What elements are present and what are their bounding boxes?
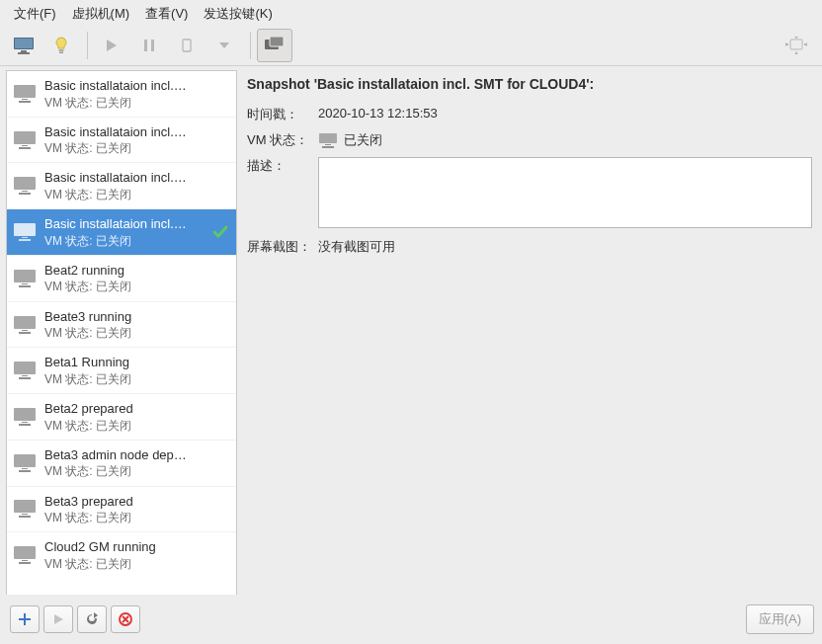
svg-rect-29 bbox=[319, 133, 337, 143]
toolbar-separator bbox=[250, 32, 251, 59]
description-textarea[interactable] bbox=[318, 157, 812, 228]
snapshot-item[interactable]: Beta3 admin node dep…VM 状态: 已关闭 bbox=[7, 441, 236, 487]
play-icon bbox=[52, 613, 64, 625]
run-snapshot-button[interactable] bbox=[43, 605, 73, 633]
value-screenshot: 没有截图可用 bbox=[318, 238, 812, 256]
monitor-icon bbox=[13, 407, 37, 427]
monitor-icon bbox=[13, 499, 37, 519]
run-button[interactable] bbox=[94, 29, 129, 62]
row-screenshot: 屏幕截图： 没有截图可用 bbox=[247, 238, 812, 256]
lightbulb-icon bbox=[52, 37, 70, 54]
monitor-icon bbox=[13, 315, 37, 335]
svg-rect-7 bbox=[144, 40, 147, 51]
apply-button[interactable]: 应用(A) bbox=[746, 604, 814, 634]
power-icon bbox=[178, 37, 196, 54]
snapshot-status: VM 状态: 已关闭 bbox=[44, 371, 228, 387]
snapshot-item[interactable]: Beate3 runningVM 状态: 已关闭 bbox=[7, 302, 236, 349]
power-menu-button[interactable] bbox=[206, 29, 242, 62]
svg-rect-13 bbox=[790, 40, 802, 49]
monitor-icon bbox=[13, 222, 37, 242]
svg-rect-23 bbox=[14, 316, 36, 329]
menu-view[interactable]: 查看(V) bbox=[137, 3, 196, 25]
fullscreen-button[interactable] bbox=[779, 29, 814, 62]
delete-snapshot-button[interactable] bbox=[111, 605, 140, 633]
snapshot-item[interactable]: Basic installataion incl.…VM 状态: 已关闭 bbox=[7, 71, 236, 118]
menu-file[interactable]: 文件(F) bbox=[6, 3, 64, 25]
menu-sendkey[interactable]: 发送按键(K) bbox=[196, 3, 280, 25]
monitor-icon bbox=[13, 176, 37, 196]
svg-rect-8 bbox=[151, 40, 154, 51]
snapshot-item[interactable]: Basic installataion incl.…VM 状态: 已关闭 bbox=[7, 118, 236, 164]
snapshot-status: VM 状态: 已关闭 bbox=[44, 418, 228, 434]
monitor-icon bbox=[13, 130, 37, 150]
play-icon bbox=[105, 39, 119, 52]
svg-rect-19 bbox=[14, 131, 36, 144]
snapshot-status: VM 状态: 已关闭 bbox=[44, 233, 228, 249]
label-description: 描述： bbox=[247, 157, 318, 175]
snapshots-icon bbox=[264, 37, 286, 54]
svg-rect-20 bbox=[14, 177, 36, 190]
snapshot-title: Beta1 Running bbox=[44, 354, 228, 371]
svg-marker-16 bbox=[794, 37, 798, 40]
label-screenshot: 屏幕截图： bbox=[247, 238, 318, 256]
snapshot-item[interactable]: Basic installataion incl.…VM 状态: 已关闭 bbox=[7, 163, 236, 209]
svg-rect-1 bbox=[15, 39, 33, 48]
details-pane: Snapshot 'Basic installataion incl. SMT … bbox=[237, 66, 822, 596]
info-button[interactable] bbox=[43, 29, 79, 62]
footer-bar: 应用(A) bbox=[0, 595, 822, 644]
snapshot-header: Snapshot 'Basic installataion incl. SMT … bbox=[247, 76, 812, 92]
monitor-icon bbox=[13, 84, 37, 104]
svg-rect-26 bbox=[14, 454, 36, 467]
value-vmstate: 已关闭 bbox=[318, 131, 812, 149]
snapshot-status: VM 状态: 已关闭 bbox=[44, 95, 228, 111]
monitor-icon bbox=[13, 453, 37, 473]
snapshot-item[interactable]: Basic installataion incl.…VM 状态: 已关闭 bbox=[7, 209, 236, 256]
svg-rect-2 bbox=[21, 50, 27, 52]
svg-rect-25 bbox=[14, 408, 36, 421]
svg-marker-10 bbox=[219, 42, 229, 48]
svg-rect-21 bbox=[14, 223, 36, 236]
snapshot-title: Beta3 prepared bbox=[44, 493, 228, 511]
svg-rect-5 bbox=[59, 52, 63, 54]
add-snapshot-button[interactable] bbox=[10, 605, 40, 633]
pause-button[interactable] bbox=[131, 29, 167, 62]
refresh-icon bbox=[85, 612, 99, 626]
value-timestamp: 2020-10-13 12:15:53 bbox=[318, 106, 812, 121]
monitor-icon bbox=[13, 37, 35, 54]
console-button[interactable] bbox=[6, 29, 41, 62]
snapshot-title: Basic installataion incl.… bbox=[44, 215, 228, 233]
snapshot-item[interactable]: Beta3 preparedVM 状态: 已关闭 bbox=[7, 487, 236, 533]
snapshot-item[interactable]: Beat2 runningVM 状态: 已关闭 bbox=[7, 256, 236, 302]
snapshot-title: Cloud2 GM running bbox=[44, 538, 228, 556]
menu-bar: 文件(F) 虚拟机(M) 查看(V) 发送按键(K) bbox=[0, 0, 822, 26]
snapshot-status: VM 状态: 已关闭 bbox=[44, 463, 228, 479]
label-timestamp: 时间戳： bbox=[247, 106, 318, 123]
snapshot-item[interactable]: Beta2 preparedVM 状态: 已关闭 bbox=[7, 394, 236, 441]
snapshot-status: VM 状态: 已关闭 bbox=[44, 510, 228, 525]
delete-icon bbox=[119, 612, 132, 626]
snapshot-item[interactable]: Beta1 RunningVM 状态: 已关闭 bbox=[7, 348, 236, 394]
main-area: Basic installataion incl.…VM 状态: 已关闭Basi… bbox=[0, 66, 822, 596]
svg-rect-22 bbox=[14, 270, 36, 282]
check-icon bbox=[212, 224, 228, 240]
refresh-snapshot-button[interactable] bbox=[77, 605, 107, 633]
snapshot-status: VM 状态: 已关闭 bbox=[44, 140, 228, 156]
monitor-icon bbox=[13, 269, 37, 288]
svg-marker-15 bbox=[804, 42, 807, 46]
pause-icon bbox=[142, 39, 156, 52]
snapshot-title: Basic installataion incl.… bbox=[44, 169, 228, 187]
svg-rect-12 bbox=[270, 37, 284, 46]
snapshot-item[interactable]: Cloud2 GM runningVM 状态: 已关闭 bbox=[7, 532, 236, 578]
svg-rect-24 bbox=[14, 362, 36, 374]
snapshot-status: VM 状态: 已关闭 bbox=[44, 325, 228, 341]
fullscreen-icon bbox=[785, 37, 807, 54]
svg-rect-4 bbox=[59, 49, 64, 51]
power-button[interactable] bbox=[169, 29, 205, 62]
row-vmstate: VM 状态： 已关闭 bbox=[247, 131, 812, 149]
svg-marker-14 bbox=[785, 42, 788, 46]
svg-rect-9 bbox=[183, 40, 191, 51]
snapshots-button[interactable] bbox=[257, 29, 292, 62]
toolbar-separator bbox=[87, 32, 88, 59]
menu-vm[interactable]: 虚拟机(M) bbox=[64, 3, 138, 25]
snapshot-list[interactable]: Basic installataion incl.…VM 状态: 已关闭Basi… bbox=[6, 70, 237, 596]
